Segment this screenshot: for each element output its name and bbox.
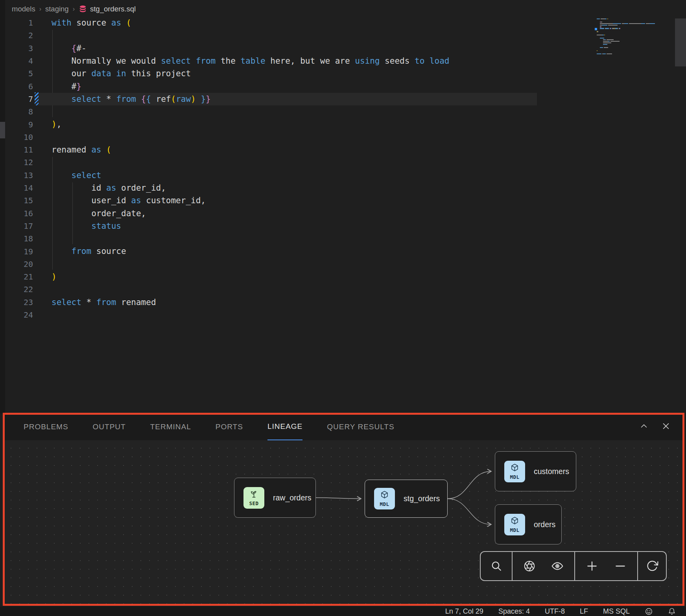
code-text: our data in this project <box>52 67 191 80</box>
code-line-16[interactable]: 16 order_date, <box>5 207 537 220</box>
status-item-ms-sql[interactable]: MS SQL <box>603 607 630 616</box>
code-editor[interactable]: 1with source as (23 {#-4 Normally we wou… <box>5 17 686 413</box>
gutter <box>33 131 39 143</box>
tab-problems[interactable]: PROBLEMS <box>24 414 68 440</box>
code-line-19[interactable]: 19 from source <box>5 245 537 257</box>
gutter <box>33 80 39 93</box>
code-line-3[interactable]: 3 {#- <box>5 42 537 55</box>
gutter <box>33 156 39 169</box>
scrollbar-thumb[interactable] <box>675 18 686 66</box>
tab-query-results[interactable]: QUERY RESULTS <box>327 414 394 440</box>
code-line-12[interactable]: 12 <box>5 156 537 169</box>
gutter <box>33 309 39 321</box>
line-number: 11 <box>5 145 33 154</box>
line-number: 6 <box>5 82 33 91</box>
code-line-21[interactable]: 21) <box>5 270 537 283</box>
toolbar-group <box>574 552 637 580</box>
code-line-10[interactable]: 10 <box>5 131 537 143</box>
line-number: 18 <box>5 234 33 243</box>
badge-label: MDL <box>510 527 519 533</box>
code-line-5[interactable]: 5 our data in this project <box>5 67 537 80</box>
code-line-13[interactable]: 13 select <box>5 169 537 182</box>
code-line-18[interactable]: 18 <box>5 232 537 245</box>
code-line-20[interactable]: 20 <box>5 258 537 270</box>
breadcrumb-item-staging[interactable]: staging <box>45 5 69 13</box>
code-line-17[interactable]: 17 status <box>5 220 537 232</box>
breadcrumb-item-models[interactable]: models <box>12 5 35 13</box>
zoom-out-button[interactable] <box>609 552 631 580</box>
code-line-23[interactable]: 23select * from renamed <box>5 296 537 309</box>
code-line-9[interactable]: 9), <box>5 118 537 131</box>
code-text: select * from renamed <box>52 296 156 309</box>
breadcrumb-separator: › <box>73 6 75 13</box>
zoom-in-button[interactable] <box>581 552 603 580</box>
status-item-utf-8[interactable]: UTF-8 <box>545 607 565 616</box>
gutter <box>33 143 39 156</box>
line-number: 23 <box>5 298 33 307</box>
code-line-24[interactable]: 24 <box>5 309 537 321</box>
panel-tab-bar: PROBLEMSOUTPUTTERMINALPORTSLINEAGEQUERY … <box>4 414 684 440</box>
status-item-spaces-4[interactable]: Spaces: 4 <box>498 607 530 616</box>
line-number: 22 <box>5 285 33 294</box>
bell-icon[interactable] <box>668 607 676 616</box>
refresh-icon <box>646 560 658 572</box>
code-line-6[interactable]: 6 #} <box>5 80 537 93</box>
search-icon <box>490 560 503 572</box>
minimap-line <box>597 50 597 52</box>
tab-ports[interactable]: PORTS <box>216 414 243 440</box>
eye-button[interactable] <box>546 552 568 580</box>
line-number: 16 <box>5 209 33 218</box>
refresh-button[interactable] <box>641 552 663 580</box>
code-line-11[interactable]: 11renamed as ( <box>5 143 537 156</box>
gutter <box>33 182 39 194</box>
code-line-15[interactable]: 15 user_id as customer_id, <box>5 194 537 207</box>
line-number: 14 <box>5 183 33 193</box>
bottom-panel: PROBLEMSOUTPUTTERMINALPORTSLINEAGEQUERY … <box>4 414 684 605</box>
lineage-node-orders[interactable]: MDLorders <box>495 504 562 544</box>
code-line-1[interactable]: 1with source as ( <box>5 17 537 29</box>
breadcrumb-file-label: stg_orders.sql <box>90 5 136 13</box>
modified-line-marker <box>33 93 39 105</box>
gutter <box>33 245 39 257</box>
lineage-node-raw_orders[interactable]: SEDraw_orders <box>234 478 316 518</box>
breadcrumb-file[interactable]: stg_orders.sql <box>79 5 136 13</box>
code-line-7[interactable]: 7 select * from {{ ref(raw) }} <box>5 93 537 105</box>
seed-badge: SED <box>243 487 264 509</box>
gutter <box>33 67 39 80</box>
lineage-canvas[interactable]: SEDraw_ordersMDLstg_ordersMDLcustomersMD… <box>4 440 684 605</box>
tab-output[interactable]: OUTPUT <box>93 414 126 440</box>
status-item-lf[interactable]: LF <box>580 607 588 616</box>
lineage-node-customers[interactable]: MDLcustomers <box>495 451 576 491</box>
chevron-up-icon[interactable] <box>640 422 648 432</box>
line-number: 17 <box>5 221 33 231</box>
code-text: #} <box>52 80 81 93</box>
sidebar-edge-item[interactable] <box>0 122 5 138</box>
model-badge: MDL <box>504 514 525 535</box>
line-number: 19 <box>5 247 33 256</box>
gutter <box>33 42 39 55</box>
code-line-2[interactable]: 2 <box>5 29 537 42</box>
search-button[interactable] <box>485 552 507 580</box>
code-line-8[interactable]: 8 <box>5 105 537 118</box>
node-label: customers <box>534 467 569 476</box>
code-text: order_date, <box>52 207 146 220</box>
line-number: 3 <box>5 44 33 53</box>
line-number: 7 <box>5 94 33 104</box>
code-line-22[interactable]: 22 <box>5 283 537 296</box>
toolbar-group <box>481 552 512 580</box>
lineage-node-stg_orders[interactable]: MDLstg_orders <box>365 480 448 518</box>
code-line-14[interactable]: 14 id as order_id, <box>5 182 537 194</box>
tab-terminal[interactable]: TERMINAL <box>150 414 191 440</box>
line-number: 4 <box>5 56 33 66</box>
line-number: 8 <box>5 107 33 116</box>
feedback-smiley-icon[interactable] <box>645 607 653 616</box>
minimap[interactable] <box>597 18 671 62</box>
aperture-button[interactable] <box>518 552 540 580</box>
breadcrumb-separator: › <box>39 6 41 13</box>
aperture-icon <box>523 560 536 572</box>
close-icon[interactable] <box>662 422 670 432</box>
tab-lineage[interactable]: LINEAGE <box>267 414 302 440</box>
minimap-line <box>597 18 608 20</box>
code-line-4[interactable]: 4 Normally we would select from the tabl… <box>5 55 537 67</box>
status-item-ln-7-col-29[interactable]: Ln 7, Col 29 <box>445 607 483 616</box>
